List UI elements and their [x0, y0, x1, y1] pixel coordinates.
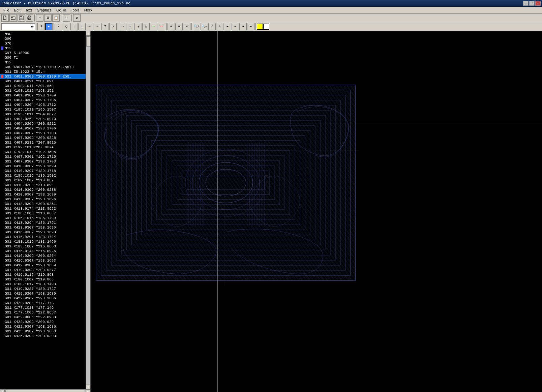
code-line: G01 X407.9232 Y207.8916: [0, 140, 86, 145]
svg-rect-33: [96, 85, 356, 280]
code-line: G01 X422.9284 Y177.173: [0, 301, 86, 305]
code-line: G01 X189.1015 Y189.1502: [0, 173, 86, 178]
color-swatch-white[interactable]: [263, 24, 269, 30]
tb2-sep-0: [36, 23, 36, 30]
menu-tools[interactable]: Tools: [69, 8, 82, 12]
toolbar-sep-2: [61, 14, 61, 21]
code-line: G97 S 18000: [0, 51, 86, 55]
close-button[interactable]: ✕: [535, 1, 541, 6]
code-line: G01 X419.9115 Y219.893: [0, 272, 86, 277]
zoom-out-button[interactable]: 🔍-: [201, 23, 208, 30]
code-line: G01 X198.1012 Y198.151: [0, 88, 86, 93]
zoom-sel-button[interactable]: ⤡: [216, 23, 223, 30]
code-line: G00 T1: [0, 55, 86, 60]
code-line: G01 X177.1018 Y177.149: [0, 305, 86, 310]
copy-button[interactable]: ⧉: [44, 14, 52, 22]
menu-graphics[interactable]: Graphics: [35, 8, 54, 12]
undo-button[interactable]: ↩: [63, 14, 70, 22]
code-line: G01 X425.9307 Y198.1683: [0, 329, 86, 334]
code-line: G01 X419.9309 Y200.0277: [0, 268, 86, 272]
print-button[interactable]: [26, 14, 33, 22]
code-line: G01 X410.9307 Y198.1699: [0, 164, 86, 169]
menu-edit[interactable]: Edit: [12, 8, 23, 12]
code-line: G01 Z5.1923 F 15.4: [0, 69, 86, 74]
code-line: G01 X192.1014 Y192.1505: [0, 150, 86, 154]
paste-button[interactable]: 📋: [52, 14, 60, 22]
tb2-end-btn[interactable]: ⇥: [247, 23, 254, 30]
svg-rect-4: [20, 18, 23, 20]
code-line: G01 X177.1006 Y222.8657: [0, 310, 86, 315]
tb2-play2-btn[interactable]: ▷: [109, 23, 117, 30]
code-line: G01 X413.9174 Y213.8923: [0, 206, 86, 211]
menu-goto[interactable]: Go To: [54, 8, 68, 12]
code-line: G01 X183.1016 Y183.1496: [0, 239, 86, 244]
tb2-shape6-btn[interactable]: ▭: [158, 23, 165, 30]
maximize-button[interactable]: □: [529, 1, 535, 6]
scroll-thumb[interactable]: [86, 36, 90, 47]
code-line: G01 X195.1013 Y195.1507: [0, 107, 86, 112]
code-content[interactable]: M90G90G70M12G97 S 18000G00 T1M12G00 X401…: [0, 31, 86, 389]
code-line: G01 X422.9309 Y200.029: [0, 320, 86, 324]
new-button[interactable]: [1, 14, 9, 22]
tb2-arrow-btn[interactable]: ↖: [55, 23, 62, 30]
tb2-play-btn[interactable]: ▶: [45, 23, 53, 30]
code-scrollbar-h[interactable]: ◄ ►: [0, 389, 90, 392]
code-line: G01 X186.1016 Y186.1499: [0, 216, 86, 220]
tb2-select-btn[interactable]: ▢: [63, 23, 70, 30]
code-line: G01 X180.1017 Y180.1493: [0, 282, 86, 287]
tb2-sep-1: [54, 23, 54, 30]
graphics-panel[interactable]: [91, 31, 542, 392]
code-panel: M90G90G70M12G97 S 18000G00 T1M12G00 X401…: [0, 31, 91, 392]
open-button[interactable]: [9, 14, 17, 22]
scroll-left-arrow[interactable]: ◄: [0, 390, 5, 392]
code-line: G01 X416.9144 Y216.8926: [0, 249, 86, 253]
tb2-shape1-btn[interactable]: ▭: [119, 23, 126, 30]
tb2-shape4-btn[interactable]: ▯: [142, 23, 150, 30]
view-dropdown[interactable]: [1, 23, 35, 30]
code-line: G01 X422.9307 Y198.1686: [0, 296, 86, 301]
tb2-bar3-btn[interactable]: ⊠: [183, 23, 190, 30]
tb2-shape2-btn[interactable]: ▬: [127, 23, 134, 30]
tb2-shape5-btn[interactable]: ▭: [150, 23, 157, 30]
menu-text[interactable]: Text: [23, 8, 34, 12]
save-button[interactable]: [18, 14, 25, 22]
menu-file[interactable]: File: [1, 8, 11, 12]
scroll-right-arrow[interactable]: ►: [86, 390, 90, 392]
code-scrollbar[interactable]: ▲ ▼: [86, 31, 90, 389]
tb2-shape3-btn[interactable]: ▮: [134, 23, 142, 30]
scroll-down-arrow[interactable]: ▼: [86, 385, 91, 389]
zoom-fit-button[interactable]: ⤢: [208, 23, 216, 30]
code-line: G01 X413.9309 Y200.0251: [0, 202, 86, 206]
toolbar: ✂ ⧉ 📋 ↩ ⚙: [0, 13, 542, 22]
tb2-bar1-btn[interactable]: ⊟: [168, 23, 175, 30]
menu-help[interactable]: Help: [82, 8, 94, 12]
tb2-up-btn[interactable]: ↑: [70, 23, 78, 30]
code-line: G01 X407.9307 Y198.1703: [0, 159, 86, 164]
code-line: G01 X404.9262 Y204.8913: [0, 117, 86, 121]
code-line: G00 X401.9307 Y198.1709 Z4.5573: [0, 65, 86, 69]
code-line: G01 X180.1007 Y219.866: [0, 277, 86, 282]
code-line: M90: [0, 32, 86, 36]
code-line: G01 X407.9309 Y200.0225: [0, 135, 86, 140]
tb2-bar2-btn[interactable]: ⊞: [175, 23, 183, 30]
settings-button[interactable]: ⚙: [73, 14, 81, 22]
minimize-button[interactable]: _: [523, 1, 529, 6]
tb2-redo-btn[interactable]: ↪: [239, 23, 247, 30]
tb2-next-btn[interactable]: ↠: [224, 23, 231, 30]
code-line: G01 X401.9307 Y198.1709: [0, 93, 86, 98]
tb2-right-btn[interactable]: →: [94, 23, 101, 30]
code-line: G01 X410.9297 Y189.1718: [0, 169, 86, 173]
code-line: G01 X410.9309 Y200.0238: [0, 187, 86, 192]
tb2-t-btn[interactable]: T: [101, 23, 109, 30]
scroll-up-arrow[interactable]: ▲: [86, 31, 91, 36]
color-swatch-yellow[interactable]: [257, 24, 263, 30]
tb2-down-btn[interactable]: ↓: [78, 23, 86, 30]
zoom-in-button[interactable]: 🔍+: [193, 23, 200, 30]
tb2-sep-3: [166, 23, 167, 30]
code-line: M12: [0, 46, 86, 51]
tb2-left-btn[interactable]: ←: [86, 23, 93, 30]
crosshair-vertical-2: [91, 31, 91, 392]
tb2-pause-btn[interactable]: ⏸: [37, 23, 45, 30]
cut-button[interactable]: ✂: [36, 14, 43, 22]
tb2-prev-btn[interactable]: ↞: [232, 23, 239, 30]
